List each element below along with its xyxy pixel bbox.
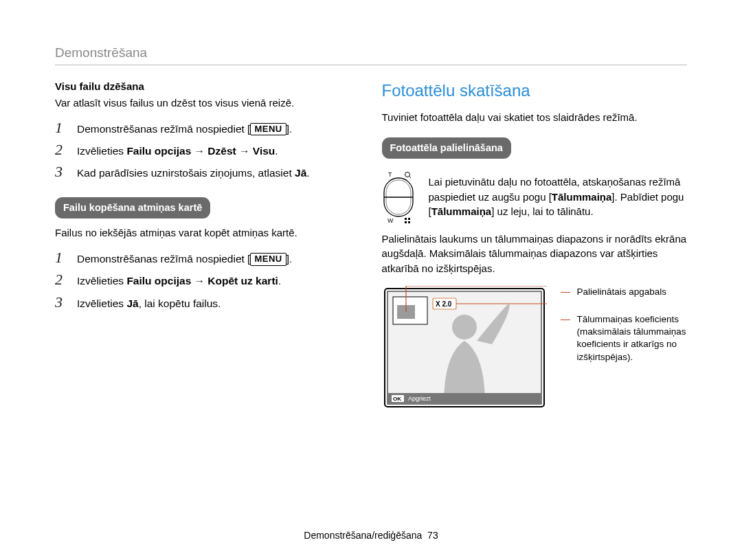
lcd-screen-icon: X 2.0 OK Apgriezt	[382, 286, 547, 410]
step-text: Izvēlieties Jā, lai kopētu failus.	[77, 295, 341, 311]
step-fragment: ].	[286, 253, 293, 265]
step-fragment: Izvēlieties	[77, 298, 126, 309]
zoom-rocker-icon: T W	[382, 171, 415, 223]
step-fragment: Demonstrēšanas režīmā nospiediet [	[77, 123, 250, 135]
left-column: Visu failu dzēšana Var atlasīt visus fai…	[55, 79, 341, 414]
text-bold: Tālummaiņa	[552, 191, 612, 203]
svg-point-3	[405, 172, 409, 177]
step-text: Kad parādīsies uznirstošais ziņojums, at…	[77, 165, 341, 181]
svg-rect-7	[405, 221, 407, 223]
delete-all-heading: Visu failu dzēšana	[55, 79, 341, 94]
step-number: 2	[55, 142, 69, 157]
svg-line-4	[409, 176, 411, 178]
step-number: 1	[55, 250, 69, 265]
zoom-paragraph: Palielinātais laukums un tālummaiņas dia…	[382, 232, 688, 276]
step-fragment: .	[306, 167, 309, 179]
step-number: 1	[55, 120, 69, 135]
text-bold: Tālummaiņa	[431, 205, 492, 217]
step-text: Demonstrēšanas režīmā nospiediet [MENU].	[77, 251, 341, 267]
step-text: Izvēlieties Failu opcijas → Dzēst → Visu…	[77, 143, 341, 159]
step-fragment: Izvēlieties	[77, 145, 126, 157]
zoom-rocker-desc: Lai pietuvinātu daļu no fotoattēla, atsk…	[429, 175, 688, 219]
section-intro: Tuviniet fotoattēla daļu vai skatiet tos…	[382, 110, 688, 125]
copy-heading-pill: Failu kopēšana atmiņas kartē	[55, 197, 210, 219]
svg-rect-5	[405, 218, 407, 220]
page-number: 73	[427, 530, 438, 541]
step-fragment: Kad parādīsies uznirstošais ziņojums, at…	[77, 167, 295, 179]
delete-all-desc: Var atlasīt visus failus un dzēst tos vi…	[55, 96, 341, 111]
step-number: 2	[55, 272, 69, 287]
zoom-w-label: W	[387, 217, 394, 223]
zoom-heading-pill: Fotoattēla palielināšana	[382, 137, 511, 159]
step-fragment: Demonstrēšanas režīmā nospiediet [	[77, 253, 250, 265]
step-text: Izvēlieties Failu opcijas → Kopēt uz kar…	[77, 273, 341, 289]
lcd-illustration: X 2.0 OK Apgriezt	[382, 286, 547, 414]
callout-coefficient: Tālummaiņas koeficients (maksimālais tāl…	[561, 313, 688, 363]
text-fragment: ] uz leju, lai to tālinātu.	[491, 205, 593, 217]
step-fragment: ].	[286, 123, 293, 135]
svg-rect-6	[408, 218, 410, 220]
step-fragment: .	[278, 275, 281, 287]
svg-rect-8	[408, 221, 410, 223]
step-fragment: , lai kopētu failus.	[139, 298, 221, 309]
menu-button-label: MENU	[250, 123, 286, 136]
step-fragment: Izvēlieties	[77, 275, 126, 287]
footer-section: Demonstrēšana/rediģēšana	[304, 530, 422, 541]
menu-button-label: MENU	[250, 253, 286, 266]
step-bold: Jā	[126, 298, 138, 309]
step-bold: Failu opcijas → Dzēst → Visu	[126, 145, 275, 157]
copy-desc: Failus no iekšējās atmiņas varat kopēt a…	[55, 225, 341, 240]
step-number: 3	[55, 164, 69, 179]
step-bold: Failu opcijas → Kopēt uz karti	[126, 275, 278, 287]
callout-area: Palielinātais apgabals	[561, 286, 688, 298]
two-column-layout: Visu failu dzēšana Var atlasīt visus fai…	[55, 79, 687, 414]
zoom-rocker-block: T W Lai pietuvinātu daļu no fotoattēla, …	[382, 171, 688, 223]
step-fragment: .	[275, 145, 278, 157]
svg-text:OK: OK	[393, 396, 401, 402]
step-text: Demonstrēšanas režīmā nospiediet [MENU].	[77, 121, 341, 137]
svg-point-18	[452, 315, 477, 339]
section-title: Fotoattēlu skatīšana	[382, 79, 688, 103]
page-footer: Demonstrēšana/rediģēšana 73	[55, 530, 687, 541]
callouts: Palielinātais apgabals Tālummaiņas koefi…	[561, 286, 688, 414]
svg-text:X 2.0: X 2.0	[436, 300, 452, 308]
step-number: 3	[55, 295, 69, 310]
copy-steps: 1 Demonstrēšanas režīmā nospiediet [MENU…	[55, 250, 341, 311]
running-head: Demonstrēšana	[55, 45, 687, 65]
delete-all-steps: 1 Demonstrēšanas režīmā nospiediet [MENU…	[55, 120, 341, 181]
lcd-callout-block: X 2.0 OK Apgriezt Palielinātais a	[382, 286, 688, 414]
zoom-t-label: T	[388, 171, 392, 178]
svg-text:Apgriezt: Apgriezt	[408, 395, 431, 402]
manual-page: Demonstrēšana Visu failu dzēšana Var atl…	[0, 0, 742, 560]
step-bold: Jā	[295, 167, 306, 179]
right-column: Fotoattēlu skatīšana Tuviniet fotoattēla…	[382, 79, 688, 414]
